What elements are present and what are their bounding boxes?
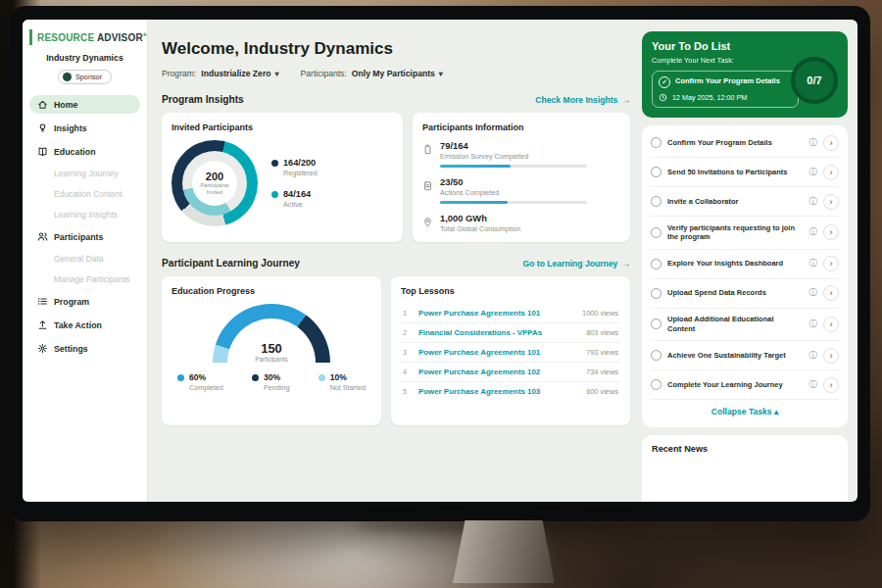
task-checkbox[interactable] — [651, 350, 662, 361]
info-icon[interactable]: ⓘ — [809, 167, 818, 178]
dashboard-screen: RESOURCE ADVISOR+ Industry Dynamics Spon… — [23, 20, 858, 502]
card-title: Education Progress — [172, 286, 371, 296]
brand-logo: RESOURCE ADVISOR+ — [29, 29, 140, 45]
lesson-link[interactable]: Power Purchase Agreements 101 — [418, 348, 578, 357]
chevron-right-icon[interactable]: › — [823, 377, 839, 393]
stat-consumption: 1,000 GWh Total Global Consumption — [422, 213, 620, 233]
program-filter-label: Program: — [162, 69, 196, 78]
task-row[interactable]: Complete Your Learning Journey ⓘ › — [651, 370, 839, 400]
legend-value: 84/164 — [283, 189, 318, 199]
sidebar-item-education-content[interactable]: Education Content — [29, 186, 140, 202]
info-icon[interactable]: ⓘ — [809, 137, 818, 149]
chevron-right-icon[interactable]: › — [823, 135, 839, 151]
lesson-rank: 4 — [403, 368, 411, 376]
sidebar-item-learning-journey[interactable]: Learning Journey — [29, 166, 140, 181]
top-lessons-card: Top Lessons 1 Power Purchase Agreements … — [391, 276, 630, 425]
brand-secondary: ADVISOR — [97, 32, 143, 43]
sidebar-item-home[interactable]: Home — [29, 95, 140, 114]
chevron-right-icon[interactable]: › — [823, 194, 839, 210]
progress-bar — [440, 165, 587, 168]
sidebar-item-program[interactable]: Program — [29, 292, 140, 311]
sidebar-item-manage-participants[interactable]: Manage Participants — [29, 271, 140, 287]
legend-value: 30% — [264, 372, 289, 382]
legend-label: Not Started — [330, 383, 366, 392]
lesson-views: 600 views — [586, 387, 618, 396]
task-row[interactable]: Confirm Your Program Details ⓘ › — [651, 128, 839, 158]
card-title: Top Lessons — [401, 286, 620, 296]
legend-label: Pending — [264, 383, 289, 392]
upload-arrow-icon — [37, 319, 48, 330]
chevron-right-icon[interactable]: › — [823, 165, 839, 180]
sidebar-item-label: Take Action — [54, 320, 102, 330]
card-title: Participants Information — [422, 122, 620, 132]
sidebar-menu: Home Insights Education Learning Journey… — [29, 95, 140, 358]
participants-filter-value: Only My Participants — [352, 69, 435, 78]
main-content: Welcome, Industry Dynamics Program: Indu… — [148, 20, 642, 502]
task-row[interactable]: Upload Additional Educational Content ⓘ … — [651, 309, 839, 342]
home-icon — [37, 99, 48, 110]
chevron-right-icon[interactable]: › — [823, 256, 839, 271]
lesson-link[interactable]: Power Purchase Agreements 103 — [418, 387, 578, 396]
task-row[interactable]: Send 50 Invitations to Participants ⓘ › — [651, 158, 839, 187]
task-checkbox[interactable] — [651, 227, 662, 238]
todo-task-list: Confirm Your Program Details ⓘ › Send 50… — [642, 125, 848, 427]
participants-filter-dropdown[interactable]: Only My Participants ▾ — [352, 69, 443, 78]
sidebar-item-settings[interactable]: Settings — [29, 339, 140, 358]
sidebar-item-label: Program — [54, 297, 89, 307]
info-icon[interactable]: ⓘ — [809, 287, 818, 299]
task-row[interactable]: Verify participants requesting to join t… — [651, 217, 839, 250]
monitor-stand — [453, 520, 555, 583]
next-task-box[interactable]: ✓ Confirm Your Program Details 12 May 20… — [652, 71, 799, 108]
gauge-center-value: 150 — [255, 341, 287, 356]
sidebar-item-label: Home — [54, 100, 77, 110]
collapse-tasks-link[interactable]: Collapse Tasks ▴ — [651, 400, 839, 424]
task-row[interactable]: Upload Spend Data Records ⓘ › — [651, 279, 839, 309]
task-checkbox[interactable] — [651, 137, 662, 148]
sidebar-item-insights[interactable]: Insights — [29, 119, 140, 137]
info-icon[interactable]: ⓘ — [809, 258, 818, 270]
info-icon[interactable]: ⓘ — [809, 226, 818, 238]
sponsor-badge-label: Sponsor — [75, 73, 102, 81]
task-checkbox[interactable] — [651, 196, 662, 207]
info-icon[interactable]: ⓘ — [809, 379, 818, 391]
program-filter-dropdown[interactable]: Industrialize Zero ▾ — [201, 69, 278, 78]
task-checkbox[interactable] — [651, 259, 662, 270]
lesson-link[interactable]: Power Purchase Agreements 101 — [418, 309, 574, 318]
go-to-learning-journey-link[interactable]: Go to Learning Journey → — [522, 259, 630, 269]
task-checkbox[interactable] — [651, 318, 662, 329]
task-row[interactable]: Invite a Collaborator ⓘ › — [651, 187, 839, 217]
sidebar-item-learning-insights[interactable]: Learning Insights — [29, 207, 140, 222]
sidebar-item-label: Education Content — [54, 189, 122, 199]
sidebar-item-take-action[interactable]: Take Action — [29, 316, 140, 334]
task-row[interactable]: Explore Your Insights Dashboard ⓘ › — [651, 250, 839, 279]
lesson-link[interactable]: Financial Considerations - VPPAs — [418, 328, 578, 337]
lesson-link[interactable]: Power Purchase Agreements 102 — [418, 368, 578, 376]
chevron-right-icon[interactable]: › — [823, 348, 839, 364]
lesson-row: 3 Power Purchase Agreements 101 793 view… — [401, 343, 620, 363]
info-icon[interactable]: ⓘ — [809, 196, 818, 208]
check-icon: ✓ — [659, 76, 670, 88]
info-icon[interactable]: ⓘ — [809, 350, 818, 362]
sidebar-item-education[interactable]: Education — [29, 142, 140, 161]
sidebar-item-label: General Data — [54, 254, 104, 264]
legend-active: 84/164 Active — [271, 189, 318, 209]
sponsor-badge[interactable]: Sponsor — [58, 70, 112, 84]
check-more-insights-link[interactable]: Check More Insights → — [535, 95, 630, 105]
chevron-right-icon[interactable]: › — [823, 285, 839, 301]
sidebar-item-participants[interactable]: Participants — [29, 227, 140, 246]
lesson-views: 803 views — [586, 328, 618, 337]
task-checkbox[interactable] — [651, 288, 662, 299]
task-row[interactable]: Achieve One Sustainability Target ⓘ › — [651, 341, 839, 370]
people-icon — [37, 231, 48, 242]
arrow-right-icon: → — [621, 95, 630, 105]
learning-journey-title: Participant Learning Journey — [162, 258, 300, 269]
clock-icon — [659, 93, 667, 102]
chevron-right-icon[interactable]: › — [823, 224, 839, 240]
task-checkbox[interactable] — [651, 379, 662, 390]
lesson-row: 4 Power Purchase Agreements 102 734 view… — [401, 363, 620, 382]
sidebar-item-general-data[interactable]: General Data — [29, 251, 140, 267]
chevron-right-icon[interactable]: › — [823, 317, 839, 332]
task-label: Complete Your Learning Journey — [667, 380, 804, 390]
info-icon[interactable]: ⓘ — [809, 318, 818, 330]
task-checkbox[interactable] — [651, 167, 662, 177]
